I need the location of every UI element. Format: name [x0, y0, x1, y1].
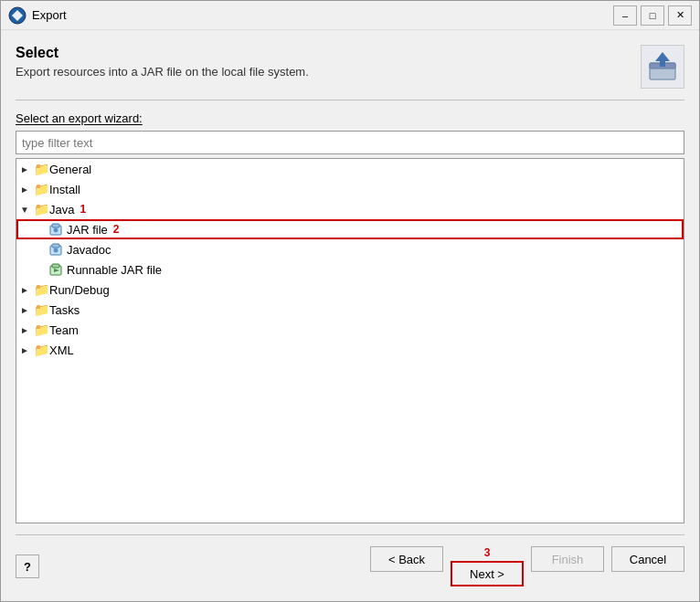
title-bar: Export – □ ✕ [1, 1, 699, 30]
svg-rect-7 [52, 224, 59, 227]
svg-rect-5 [660, 61, 665, 67]
javadoc-icon [48, 242, 63, 257]
chevron-right-icon: ► [20, 345, 31, 355]
tree-item-xml[interactable]: ► 📁 XML [16, 340, 684, 360]
tree-item-label: Javadoc [67, 243, 111, 257]
tree-container[interactable]: ► 📁 General ► 📁 Install ▼ 📁 Java 1 ► [16, 158, 684, 523]
button-row: ? < Back 3 Next > Finish Cancel [16, 546, 684, 601]
tree-item-team[interactable]: ► 📁 Team [16, 320, 684, 340]
tree-item-run-debug[interactable]: ► 📁 Run/Debug [16, 280, 684, 300]
tree-item-general[interactable]: ► 📁 General [16, 159, 684, 179]
header-section: Select Export resources into a JAR file … [16, 45, 684, 89]
wizard-label: Select an export wizard: [16, 111, 684, 125]
page-title: Select [16, 45, 630, 61]
window-icon [8, 6, 27, 25]
tree-item-install[interactable]: ► 📁 Install [16, 179, 684, 199]
chevron-right-icon: ► [20, 164, 31, 174]
next-button-wrapper: 3 Next > [451, 546, 524, 586]
close-button[interactable]: ✕ [668, 5, 692, 26]
back-button[interactable]: < Back [370, 546, 443, 572]
tree-item-label: Runnable JAR file [67, 263, 162, 277]
maximize-button[interactable]: □ [641, 5, 664, 26]
svg-rect-13 [52, 264, 59, 268]
content-area: Select Export resources into a JAR file … [1, 30, 699, 601]
next-button[interactable]: Next > [451, 561, 524, 586]
finish-button[interactable]: Finish [531, 546, 604, 572]
chevron-right-icon: ► [20, 325, 31, 335]
filter-input[interactable] [16, 131, 684, 154]
export-dialog: Export – □ ✕ Select Export resources int… [0, 0, 700, 602]
svg-point-8 [54, 228, 58, 233]
minimize-button[interactable]: – [613, 5, 637, 26]
step-badge-2: 2 [113, 223, 120, 236]
svg-point-11 [54, 248, 58, 253]
folder-icon: 📁 [34, 322, 49, 337]
tree-item-label: JAR file [67, 223, 108, 237]
tree-item-jar-file[interactable]: ► JAR file 2 [16, 219, 684, 239]
header-text: Select Export resources into a JAR file … [16, 45, 630, 79]
chevron-right-icon: ► [20, 305, 31, 315]
tree-item-java[interactable]: ▼ 📁 Java 1 [16, 199, 684, 219]
chevron-right-icon: ► [20, 185, 31, 195]
tree-item-label: Java [49, 203, 74, 217]
wizard-header-icon [641, 45, 684, 89]
folder-icon: 📁 [34, 162, 49, 176]
folder-icon: 📁 [34, 182, 49, 196]
chevron-right-icon: ► [20, 285, 31, 295]
cancel-button[interactable]: Cancel [611, 546, 684, 572]
svg-rect-10 [52, 244, 59, 248]
tree-item-label: General [49, 163, 91, 176]
tree-item-label: Install [49, 183, 80, 196]
tree-item-tasks[interactable]: ► 📁 Tasks [16, 300, 684, 320]
svg-marker-4 [655, 52, 670, 61]
window-title: Export [32, 8, 613, 22]
help-button[interactable]: ? [16, 554, 39, 578]
folder-icon: 📁 [34, 202, 49, 217]
tree-item-runnable-jar[interactable]: ► Runnable JAR file [16, 259, 684, 280]
tree-item-label: Tasks [49, 303, 80, 317]
navigation-buttons: < Back 3 Next > Finish Cancel [370, 546, 684, 586]
bottom-section: ? < Back 3 Next > Finish Cancel [16, 523, 684, 601]
folder-icon: 📁 [34, 343, 49, 357]
jar-file-icon [48, 222, 63, 237]
bottom-divider [16, 534, 684, 535]
chevron-down-icon: ▼ [20, 205, 31, 215]
tree-item-label: Run/Debug [49, 283, 110, 297]
tree-item-label: XML [49, 343, 74, 357]
tree-item-label: Team [49, 323, 79, 337]
window-controls: – □ ✕ [613, 5, 692, 26]
folder-icon: 📁 [34, 282, 49, 297]
step-badge-1: 1 [80, 203, 86, 216]
folder-icon: 📁 [34, 302, 49, 317]
header-divider [16, 100, 684, 100]
page-description: Export resources into a JAR file on the … [16, 65, 630, 79]
step-number-3: 3 [484, 546, 491, 559]
tree-item-javadoc[interactable]: ► Javadoc [16, 239, 684, 259]
runnable-jar-icon [48, 262, 63, 277]
